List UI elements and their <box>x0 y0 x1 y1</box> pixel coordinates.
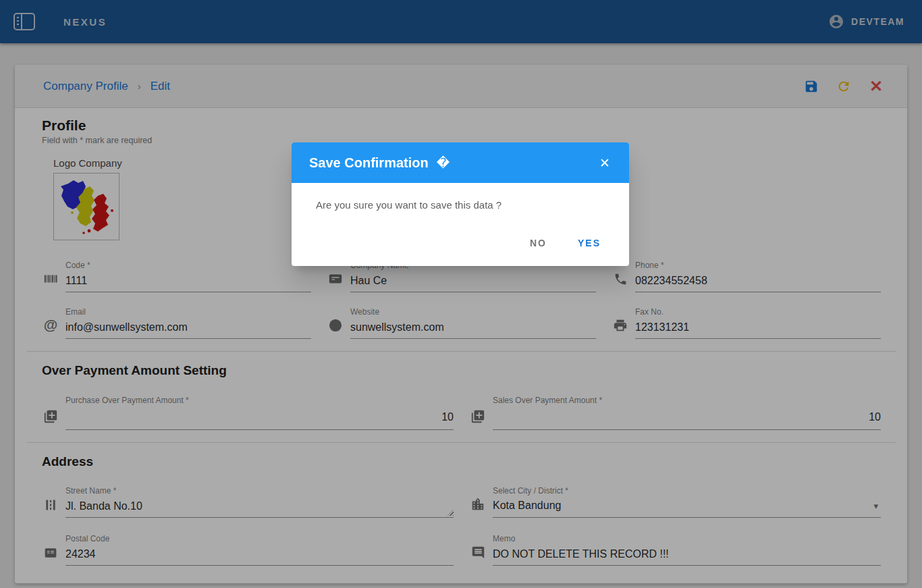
dialog-close-icon[interactable]: ✕ <box>595 151 614 175</box>
dialog-header: Save Confirmation � ✕ <box>292 142 629 183</box>
dialog-title: Save Confirmation <box>309 155 429 171</box>
yes-button[interactable]: YES <box>572 234 606 252</box>
no-button[interactable]: NO <box>524 234 552 252</box>
save-confirmation-dialog: Save Confirmation � ✕ Are you sure you w… <box>292 142 629 266</box>
dialog-body: Are you sure you want to save this data … <box>292 183 629 211</box>
help-badge-icon: � <box>437 155 450 171</box>
modal-backdrop <box>0 0 922 588</box>
dialog-footer: NO YES <box>292 211 629 266</box>
dialog-message: Are you sure you want to save this data … <box>316 199 605 211</box>
